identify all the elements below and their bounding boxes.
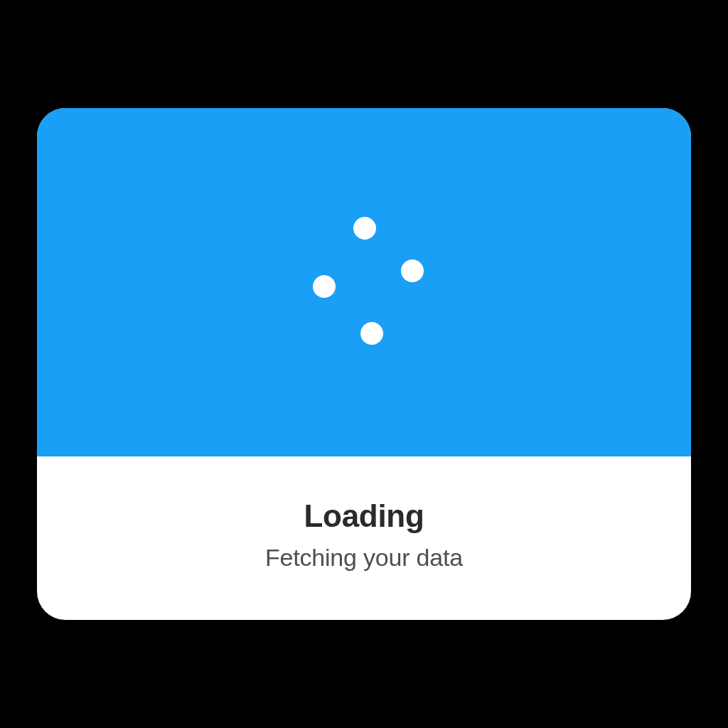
spinner-dot xyxy=(360,322,383,345)
spinner-dot xyxy=(313,275,336,298)
loading-subtitle: Fetching your data xyxy=(265,544,463,572)
spinner-dot xyxy=(353,217,376,240)
loading-spinner-icon xyxy=(293,211,435,353)
spinner-panel xyxy=(37,108,691,456)
loading-title: Loading xyxy=(304,498,424,534)
text-panel: Loading Fetching your data xyxy=(37,456,691,620)
spinner-dot xyxy=(401,259,424,282)
loading-dialog: Loading Fetching your data xyxy=(37,108,691,620)
